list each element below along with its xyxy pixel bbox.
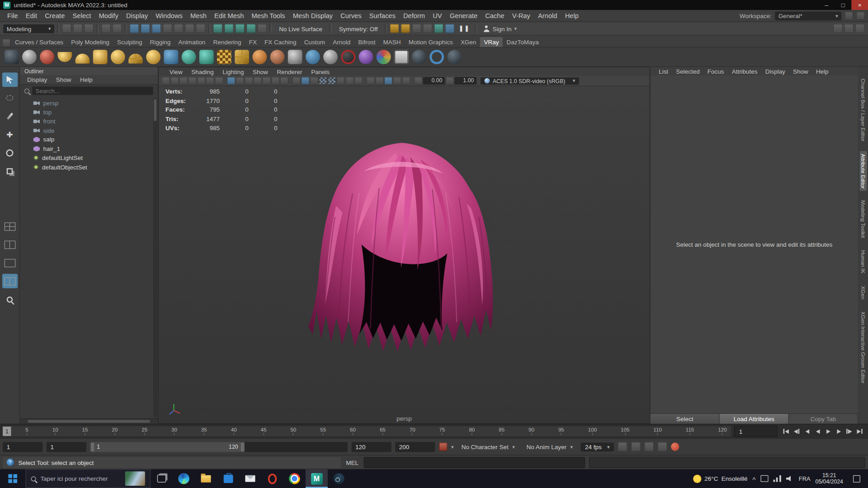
- menu-item[interactable]: Edit: [22, 12, 41, 19]
- close-button[interactable]: ×: [851, 0, 868, 10]
- lasso-tool-button[interactable]: [2, 91, 17, 105]
- pan-zoom-icon[interactable]: [206, 77, 214, 84]
- lighting-default-icon[interactable]: [375, 77, 383, 84]
- shelf-tab[interactable]: Bifrost: [354, 37, 379, 47]
- toggle-toolbox-icon[interactable]: [833, 24, 843, 33]
- paint-select-tool-button[interactable]: [2, 109, 17, 123]
- attribute-editor-menu-item[interactable]: Selected: [672, 68, 704, 75]
- select-component-icon[interactable]: [152, 24, 161, 33]
- menu-item[interactable]: Deform: [399, 12, 429, 19]
- lock-camera-icon[interactable]: [170, 77, 179, 84]
- use-default-material-icon[interactable]: [328, 77, 336, 84]
- outliner-menu-item[interactable]: Show: [52, 76, 75, 83]
- snap-to-grid-icon[interactable]: [213, 24, 222, 33]
- layout-four-pane-button[interactable]: [2, 219, 17, 234]
- menu-item[interactable]: Mesh Tools: [248, 12, 289, 19]
- outliner-horizontal-scrollbar[interactable]: [20, 418, 158, 424]
- animation-preferences-icon[interactable]: [658, 442, 667, 451]
- hair-model-3d[interactable]: [302, 140, 502, 352]
- outliner-item[interactable]: defaultLightSet: [20, 153, 158, 162]
- vray-displacement-icon[interactable]: [235, 50, 249, 64]
- attribute-editor-menu-item[interactable]: Display: [761, 68, 789, 75]
- current-time-field[interactable]: 1: [734, 426, 778, 437]
- isolate-select-icon[interactable]: [384, 77, 392, 84]
- playback-speed-dropdown[interactable]: 24 fps ▾: [580, 442, 614, 451]
- safe-title-icon[interactable]: [280, 77, 288, 84]
- pause-viewport-icon[interactable]: ❚❚: [456, 25, 472, 32]
- shelf-tab[interactable]: FX: [245, 37, 260, 47]
- display-tray-icon[interactable]: [760, 475, 768, 482]
- mel-label[interactable]: MEL: [345, 459, 360, 466]
- playback-end-field[interactable]: 120: [352, 442, 392, 452]
- undo-icon[interactable]: [101, 24, 111, 33]
- hypershade-icon[interactable]: [423, 24, 433, 33]
- outliner-vertical-scrollbar[interactable]: [153, 98, 157, 418]
- shelf-tab[interactable]: XGen: [457, 37, 480, 47]
- grease-pencil-icon[interactable]: [215, 77, 223, 84]
- vray-ipr-icon[interactable]: [40, 50, 54, 64]
- vray-sun-light-icon[interactable]: [146, 50, 160, 64]
- lighting-all-icon[interactable]: [367, 77, 375, 84]
- menu-item[interactable]: UV: [429, 12, 446, 19]
- animation-end-field[interactable]: 200: [395, 442, 435, 452]
- select-object-icon[interactable]: [141, 24, 150, 33]
- auto-keyframe-toggle-icon[interactable]: [671, 443, 679, 451]
- sidebar-tab[interactable]: XGen: [859, 283, 867, 302]
- taskbar-search-box[interactable]: Taper ici pour rechercher: [25, 469, 151, 488]
- vray-blend-material-icon[interactable]: [199, 50, 214, 64]
- vray-renderer-settings-icon[interactable]: [5, 50, 19, 64]
- toggle-channel-box-icon[interactable]: [855, 24, 865, 33]
- sidebar-tab[interactable]: Attribute Editor: [859, 151, 867, 191]
- animation-start-field[interactable]: 1: [3, 442, 42, 452]
- shelf-tab[interactable]: Animation: [175, 37, 209, 47]
- shelf-tab[interactable]: VRay: [480, 37, 503, 47]
- weather-widget[interactable]: 26°C Ensoleillé: [693, 474, 748, 483]
- select-faces-icon[interactable]: [196, 24, 205, 33]
- menu-item[interactable]: Surfaces: [365, 12, 399, 19]
- anim-layer-dropdown[interactable]: No Anim Layer ▾: [523, 443, 577, 450]
- shelf-tab[interactable]: MASH: [379, 37, 405, 47]
- start-button[interactable]: [0, 469, 25, 488]
- vray-proxy-icon[interactable]: [323, 50, 338, 64]
- chevron-down-icon[interactable]: ▾: [451, 444, 454, 450]
- viewport-menu-item[interactable]: Renderer: [273, 68, 306, 75]
- vray-fastsss-material-icon[interactable]: [252, 50, 267, 64]
- vray-frame-buffer-icon[interactable]: [429, 50, 444, 64]
- sign-in-button[interactable]: Sign In ▾: [480, 25, 520, 32]
- sidebar-tab[interactable]: Modeling Toolkit: [859, 198, 867, 241]
- step-forward-frame-button[interactable]: [845, 426, 854, 436]
- select-points-icon[interactable]: [174, 24, 183, 33]
- maya-app-button[interactable]: M: [306, 469, 328, 488]
- vray-clipper-icon[interactable]: [341, 50, 355, 64]
- vray-vfb-icon[interactable]: [22, 50, 37, 64]
- character-set-dropdown[interactable]: No Character Set ▾: [458, 443, 519, 450]
- language-indicator[interactable]: FRA: [799, 475, 811, 482]
- image-plane-icon[interactable]: [197, 77, 205, 84]
- shelf-tab[interactable]: Arnold: [329, 37, 354, 47]
- menu-item[interactable]: Arnold: [534, 12, 561, 19]
- select-handles-icon[interactable]: [163, 24, 172, 33]
- shelf-tab[interactable]: Poly Modeling: [67, 37, 113, 47]
- outliner-item[interactable]: salp: [20, 135, 158, 144]
- outliner-tree[interactable]: persp top front side: [20, 97, 158, 418]
- mail-app-button[interactable]: [239, 469, 261, 488]
- make-live-icon[interactable]: [257, 24, 267, 33]
- shelf-tab[interactable]: DazToMaya: [503, 37, 542, 47]
- outliner-menu-item[interactable]: Display: [23, 76, 51, 83]
- camera-attributes-icon[interactable]: [179, 77, 188, 84]
- light-editor-icon[interactable]: [434, 24, 443, 33]
- textured-icon[interactable]: [319, 77, 327, 84]
- outliner-item[interactable]: front: [20, 117, 158, 126]
- layout-two-pane-button[interactable]: [2, 237, 17, 252]
- network-tray-icon[interactable]: [774, 475, 781, 482]
- shelf-tab[interactable]: Sculpting: [113, 37, 146, 47]
- action-center-button[interactable]: [848, 475, 865, 482]
- chrome-app-button[interactable]: [283, 469, 306, 488]
- outliner-menu-item[interactable]: Help: [76, 76, 97, 83]
- xray-icon[interactable]: [393, 77, 401, 84]
- workspace-options-icon[interactable]: [856, 12, 864, 20]
- render-icon[interactable]: [390, 24, 399, 33]
- vray-mesh-light-icon[interactable]: [128, 54, 143, 64]
- menu-set-selector[interactable]: Modeling ▾: [3, 24, 54, 33]
- copy-tab-button[interactable]: Copy Tab: [789, 414, 858, 424]
